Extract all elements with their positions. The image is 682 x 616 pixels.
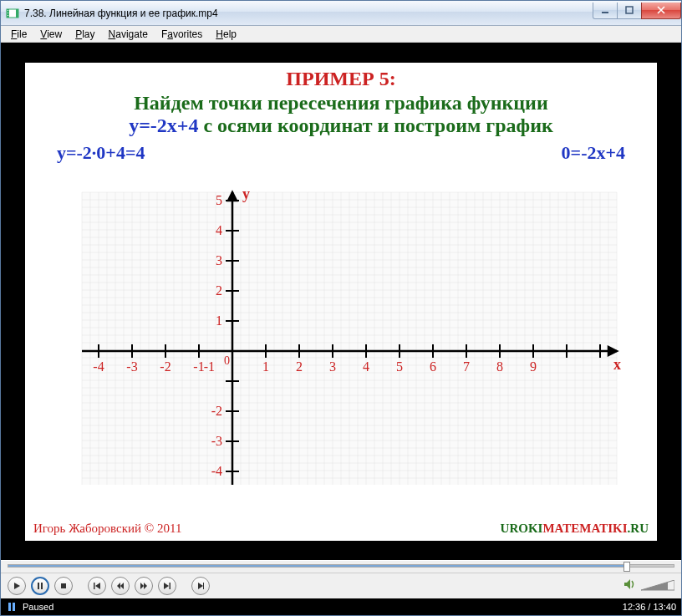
stop-button[interactable] bbox=[54, 577, 73, 595]
time-display: 12:36 / 13:40 bbox=[623, 602, 676, 612]
close-button[interactable] bbox=[641, 3, 681, 19]
svg-rect-2 bbox=[16, 9, 18, 18]
svg-marker-175 bbox=[144, 583, 147, 589]
svg-text:1: 1 bbox=[262, 359, 269, 374]
svg-rect-168 bbox=[41, 583, 43, 589]
seek-track[interactable] bbox=[8, 564, 674, 568]
minimize-button[interactable] bbox=[593, 3, 618, 19]
svg-marker-178 bbox=[198, 583, 203, 589]
svg-text:4: 4 bbox=[216, 223, 222, 237]
window-buttons bbox=[593, 3, 681, 19]
pause-button[interactable] bbox=[31, 577, 49, 595]
svg-marker-166 bbox=[14, 583, 20, 589]
svg-marker-174 bbox=[140, 583, 144, 589]
slide-line1: Найдем точки пересечения графика функции bbox=[134, 92, 548, 115]
coordinate-plane: -4-3-2-1 123456789 54321 -1-2-3-4 0 x y bbox=[57, 184, 625, 493]
svg-rect-167 bbox=[38, 583, 39, 589]
svg-text:-1: -1 bbox=[204, 359, 215, 374]
video-viewport[interactable]: ПРИМЕР 5: Найдем точки пересечения графи… bbox=[1, 43, 681, 560]
svg-text:8: 8 bbox=[496, 359, 503, 374]
slide-footer: Игорь Жаборовский © 2011 UROKIMATEMATIKI… bbox=[33, 522, 649, 536]
svg-text:x: x bbox=[613, 356, 621, 373]
svg-rect-7 bbox=[626, 7, 633, 13]
svg-text:-2: -2 bbox=[160, 359, 170, 374]
site-label: UROKIMATEMATIKI.RU bbox=[501, 522, 649, 536]
seek-progress bbox=[8, 565, 623, 567]
svg-text:2: 2 bbox=[296, 359, 303, 374]
svg-rect-6 bbox=[602, 12, 608, 13]
svg-text:3: 3 bbox=[216, 253, 222, 267]
svg-text:4: 4 bbox=[363, 359, 369, 374]
maximize-button[interactable] bbox=[617, 3, 642, 19]
menu-play[interactable]: Play bbox=[69, 28, 101, 41]
svg-rect-4 bbox=[8, 13, 8, 13]
svg-text:-4: -4 bbox=[211, 464, 222, 478]
seek-thumb[interactable] bbox=[623, 562, 630, 572]
svg-rect-184 bbox=[13, 603, 15, 611]
svg-rect-5 bbox=[8, 15, 8, 16]
app-window: 7.38. Линейная функция и ее график.mp4 F… bbox=[0, 0, 682, 616]
step-button[interactable] bbox=[191, 577, 210, 595]
video-frame: ПРИМЕР 5: Найдем точки пересечения графи… bbox=[23, 60, 659, 543]
svg-text:-1: -1 bbox=[193, 359, 204, 374]
volume-slider[interactable] bbox=[641, 580, 674, 592]
svg-marker-173 bbox=[120, 583, 124, 589]
svg-text:0: 0 bbox=[224, 354, 230, 367]
statusbar: Paused 12:36 / 13:40 bbox=[1, 598, 681, 615]
menu-file[interactable]: File bbox=[4, 28, 33, 41]
svg-rect-179 bbox=[203, 583, 204, 589]
svg-text:-3: -3 bbox=[211, 434, 222, 448]
author-label: Игорь Жаборовский © 2011 bbox=[33, 522, 181, 536]
window-title: 7.38. Линейная функция и ее график.mp4 bbox=[24, 8, 593, 19]
app-icon bbox=[6, 7, 19, 20]
slide-header: ПРИМЕР 5: bbox=[286, 68, 395, 90]
svg-marker-176 bbox=[164, 583, 169, 589]
forward-button[interactable] bbox=[135, 577, 153, 595]
svg-text:1: 1 bbox=[216, 313, 222, 328]
volume-icon[interactable] bbox=[623, 578, 636, 594]
seekbar[interactable] bbox=[1, 560, 681, 573]
menu-favorites[interactable]: Favorites bbox=[155, 28, 209, 41]
svg-rect-183 bbox=[8, 603, 11, 611]
prev-track-button[interactable] bbox=[88, 577, 106, 595]
svg-text:5: 5 bbox=[396, 359, 403, 374]
slide-calculations: y=-2·0+4=4 0=-2x+4 bbox=[57, 142, 625, 164]
svg-rect-3 bbox=[8, 10, 8, 11]
equation: y=-2x+4 bbox=[129, 115, 198, 136]
svg-text:9: 9 bbox=[530, 359, 537, 374]
svg-marker-172 bbox=[117, 583, 120, 589]
slide-line2-rest: с осями координат и построим график bbox=[198, 115, 552, 136]
volume-control[interactable] bbox=[623, 578, 674, 594]
svg-text:-3: -3 bbox=[126, 359, 137, 374]
control-bar bbox=[1, 573, 681, 598]
titlebar[interactable]: 7.38. Линейная функция и ее график.mp4 bbox=[1, 1, 681, 26]
svg-text:-2: -2 bbox=[211, 404, 222, 418]
calc-y-intercept: y=-2·0+4=4 bbox=[57, 142, 145, 164]
svg-rect-170 bbox=[94, 583, 95, 589]
status-text: Paused bbox=[23, 602, 623, 612]
svg-text:-4: -4 bbox=[93, 359, 104, 374]
next-track-button[interactable] bbox=[158, 577, 176, 595]
menubar: File View Play Navigate Favorites Help bbox=[1, 26, 681, 43]
svg-rect-169 bbox=[61, 583, 66, 588]
svg-text:3: 3 bbox=[329, 359, 336, 374]
svg-marker-171 bbox=[95, 583, 100, 589]
menu-navigate[interactable]: Navigate bbox=[102, 28, 155, 41]
svg-rect-177 bbox=[170, 583, 171, 589]
svg-text:7: 7 bbox=[463, 359, 470, 374]
menu-help[interactable]: Help bbox=[209, 28, 243, 41]
slide-line2: y=-2x+4 с осями координат и построим гра… bbox=[129, 115, 553, 137]
calc-x-intercept: 0=-2x+4 bbox=[562, 142, 625, 164]
svg-text:y: y bbox=[242, 186, 250, 202]
svg-text:6: 6 bbox=[430, 359, 436, 374]
svg-marker-180 bbox=[624, 579, 630, 589]
svg-text:2: 2 bbox=[216, 283, 222, 298]
svg-text:5: 5 bbox=[216, 193, 222, 207]
play-button[interactable] bbox=[8, 577, 26, 595]
menu-view[interactable]: View bbox=[33, 28, 69, 41]
status-icon bbox=[6, 601, 18, 613]
rewind-button[interactable] bbox=[111, 577, 130, 595]
